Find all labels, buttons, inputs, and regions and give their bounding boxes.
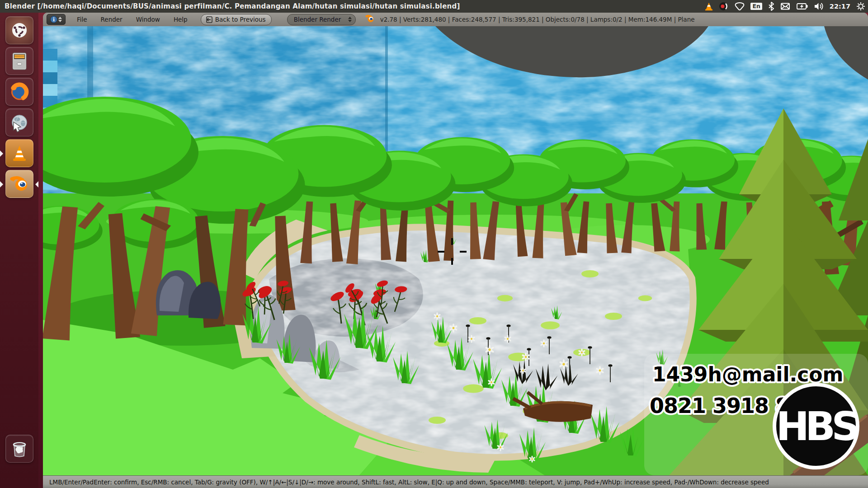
- active-pip-left: [0, 181, 3, 188]
- dropdown-arrows-icon: [348, 17, 352, 22]
- volume-icon[interactable]: [814, 2, 824, 11]
- back-to-previous-button[interactable]: Back to Previous: [201, 14, 272, 25]
- back-arrow-icon: [205, 16, 212, 23]
- launcher-item-files[interactable]: [5, 47, 33, 75]
- unity-launcher: [0, 13, 38, 488]
- firefox-icon: [9, 81, 30, 103]
- watermark-email: 1439h@mail.com: [652, 363, 843, 386]
- vlc-icon: [9, 142, 30, 164]
- scope-indicator-icon[interactable]: [735, 2, 745, 11]
- settings-gear-icon[interactable]: [856, 2, 865, 11]
- blender-icon: [9, 173, 30, 195]
- walk-mode-help-text: LMB/Enter/PadEnter: confirm, Esc/RMB: ca…: [49, 479, 769, 486]
- menu-file[interactable]: File: [70, 13, 94, 26]
- active-pip-right: [35, 181, 38, 188]
- window-title: Blender [/home/haqi/Documents/BUS/animas…: [5, 2, 460, 10]
- vlc-cone-icon[interactable]: [705, 2, 713, 11]
- bluetooth-icon[interactable]: [768, 2, 774, 11]
- globe-cursor-icon: [9, 112, 30, 133]
- blender-window: i File Render Window Help Back to Previo…: [43, 13, 868, 488]
- svg-text:i: i: [53, 17, 55, 22]
- keyboard-layout-badge[interactable]: En: [750, 3, 762, 10]
- menu-window[interactable]: Window: [129, 13, 167, 26]
- menu-render[interactable]: Render: [94, 13, 129, 26]
- hbs-logo-text: HBS: [776, 403, 857, 450]
- launcher-item-firefox[interactable]: [5, 78, 33, 106]
- blender-logo-icon: [364, 14, 376, 25]
- viewport-3d[interactable]: 1439h@mail.com 0821 3918 8705 HBS: [43, 26, 868, 475]
- system-tray: En 22:17: [705, 0, 865, 13]
- mail-icon[interactable]: [780, 2, 790, 11]
- screen-recorder-icon[interactable]: [719, 2, 729, 11]
- launcher-item-remote-viewer[interactable]: [5, 108, 33, 136]
- desktop: Blender [/home/haqi/Documents/BUS/animas…: [0, 0, 868, 488]
- battery-icon[interactable]: [796, 2, 808, 11]
- ubuntu-dash-icon: [9, 19, 30, 41]
- render-engine-value: Blender Render: [294, 16, 341, 23]
- selector-arrows-icon: [58, 17, 62, 22]
- clock-text[interactable]: 22:17: [830, 3, 850, 10]
- blender-info-bar: i File Render Window Help Back to Previo…: [43, 13, 868, 27]
- system-title-bar: Blender [/home/haqi/Documents/BUS/animas…: [0, 0, 868, 13]
- trash-icon: [9, 438, 30, 460]
- render-engine-dropdown[interactable]: Blender Render: [287, 14, 356, 25]
- file-manager-icon: [9, 50, 30, 72]
- launcher-item-vlc[interactable]: [5, 139, 33, 167]
- info-icon: i: [50, 16, 57, 23]
- scene: 1439h@mail.com 0821 3918 8705 HBS: [43, 26, 868, 475]
- walk-mode-help-bar: LMB/Enter/PadEnter: confirm, Esc/RMB: ca…: [43, 475, 868, 488]
- running-pip: [0, 150, 3, 157]
- launcher-item-dash[interactable]: [5, 16, 33, 44]
- watermark: 1439h@mail.com 0821 3918 8705 HBS: [644, 354, 868, 475]
- menu-help[interactable]: Help: [167, 13, 194, 26]
- launcher-item-blender[interactable]: [5, 170, 33, 198]
- back-button-label: Back to Previous: [215, 16, 266, 23]
- launcher-item-trash[interactable]: [5, 435, 33, 463]
- editor-type-selector[interactable]: i: [47, 14, 66, 25]
- scene-stats: v2.78 | Verts:281,480 | Faces:248,577 | …: [380, 16, 695, 23]
